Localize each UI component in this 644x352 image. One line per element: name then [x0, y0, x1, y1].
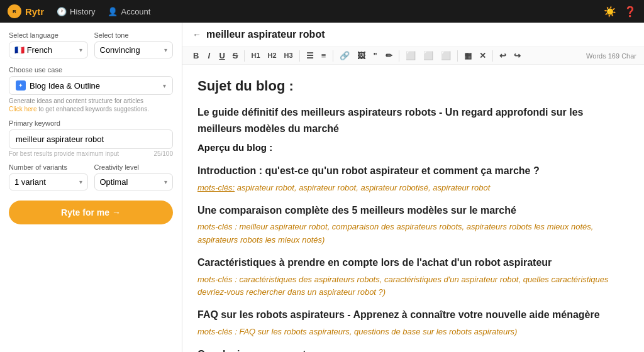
word-count: Words 169 Char — [586, 52, 636, 60]
h3-button[interactable]: H3 — [281, 50, 296, 61]
variants-dropdown[interactable]: 1 variant ▾ — [9, 173, 88, 190]
click-here-link[interactable]: Click here — [9, 106, 36, 113]
lang-tone-row: Select language 🇫🇷 French ▾ Select tone … — [9, 31, 173, 58]
nav-account-label: Account — [121, 7, 150, 16]
image-button[interactable]: 🖼 — [354, 50, 369, 62]
blog-main-heading: Le guide définitif des meilleurs aspirat… — [197, 104, 629, 136]
editor-toolbar: B I U S H1 H2 H3 ☰ ≡ 🔗 🖼 " ✏ ⬜ ⬜ ⬜ ▦ ✕ ↩… — [182, 47, 644, 65]
undo-button[interactable]: ↩ — [496, 50, 509, 62]
section3-keywords: mots-clés : FAQ sur les robots aspirateu… — [197, 326, 629, 339]
keyword-input[interactable] — [9, 129, 173, 149]
h1-button[interactable]: H1 — [248, 50, 263, 61]
tone-dropdown[interactable]: Convincing ▾ — [94, 41, 174, 58]
keyword-label: Primary keyword — [9, 119, 173, 127]
section3-heading: FAQ sur les robots aspirateurs - Apprene… — [197, 307, 629, 323]
top-nav: R Rytr 🕐 History 👤 Account ☀️ ❓ — [0, 0, 644, 23]
svg-text:R: R — [13, 9, 16, 14]
toolbar-sep-4 — [399, 50, 399, 62]
content-area: ← meilleur aspirateur robot B I U S H1 H… — [182, 23, 644, 352]
creativity-group: Creativity level Optimal ▾ — [94, 163, 174, 190]
intro-keywords: mots-clés: aspirateur robot, aspirateur … — [197, 182, 629, 195]
flag-icon: 🇫🇷 French — [14, 45, 52, 55]
variants-label: Number of variants — [9, 163, 88, 171]
variants-creativity-row: Number of variants 1 variant ▾ Creativit… — [9, 163, 173, 190]
variants-group: Number of variants 1 variant ▾ — [9, 163, 88, 190]
quote-button[interactable]: " — [370, 50, 381, 62]
logo-icon: R — [8, 4, 21, 18]
sun-icon[interactable]: ☀️ — [604, 6, 616, 18]
logo[interactable]: R Rytr — [8, 4, 44, 18]
language-label: Select language — [9, 31, 88, 39]
strikethrough-button[interactable]: S — [230, 50, 242, 62]
lang-chevron-icon: ▾ — [79, 47, 82, 53]
content-header: ← meilleur aspirateur robot — [182, 23, 644, 47]
main-layout: Select language 🇫🇷 French ▾ Select tone … — [0, 23, 644, 352]
tone-value: Convincing — [100, 45, 140, 55]
toolbar-sep-2 — [299, 50, 300, 62]
creativity-value: Optimal — [100, 177, 128, 187]
keywords-label-1: mots-clés: — [197, 183, 235, 192]
language-dropdown[interactable]: 🇫🇷 French ▾ — [9, 41, 88, 58]
nav-right: ☀️ ❓ — [604, 6, 636, 18]
nav-history[interactable]: 🕐 History — [57, 7, 95, 16]
keyword-group: Primary keyword For best results provide… — [9, 119, 173, 157]
tone-chevron-icon: ▾ — [164, 47, 167, 53]
section2-heading: Caractéristiques à prendre en compte lor… — [197, 255, 629, 271]
toolbar-sep-5 — [457, 50, 458, 62]
creativity-label: Creativity level — [94, 163, 174, 171]
link-button[interactable]: 🔗 — [336, 50, 353, 62]
use-case-dropdown[interactable]: ✦ Blog Idea & Outline ▾ — [9, 76, 173, 95]
use-case-chevron-icon: ▾ — [163, 82, 166, 89]
variants-chevron-icon: ▾ — [79, 179, 82, 185]
toolbar-sep-1 — [244, 50, 245, 62]
section1-heading: Une comparaison complète des 5 meilleurs… — [197, 202, 629, 219]
align-left-button[interactable]: ⬜ — [402, 50, 419, 62]
ryte-button[interactable]: Ryte for me → — [9, 201, 173, 224]
pen-button[interactable]: ✏ — [382, 50, 396, 62]
logo-text: Rytr — [25, 6, 44, 17]
back-arrow-icon[interactable]: ← — [192, 30, 201, 40]
align-center-button[interactable]: ⬜ — [420, 50, 436, 62]
redo-button[interactable]: ↪ — [511, 50, 524, 62]
keyword-hint: For best results provide maximum input 2… — [9, 150, 173, 157]
doc-title: meilleur aspirateur robot — [206, 29, 325, 40]
help-icon[interactable]: ❓ — [624, 6, 636, 18]
conclusion-heading: Conclusion : comment — [197, 346, 629, 352]
toolbar-sep-3 — [333, 50, 333, 62]
toolbar-sep-6 — [492, 50, 493, 62]
account-icon: 👤 — [108, 7, 118, 16]
intro-heading: Introduction : qu'est-ce qu'un robot asp… — [197, 163, 629, 179]
apercu-label: Aperçu du blog : — [197, 140, 629, 155]
history-icon: 🕐 — [57, 7, 67, 16]
intro-keywords-text: aspirateur robot, aspirateur robot, aspi… — [237, 183, 491, 192]
nav-account[interactable]: 👤 Account — [108, 7, 150, 16]
tone-group: Select tone Convincing ▾ — [94, 31, 174, 58]
blog-sujet-title: Sujet du blog : — [197, 75, 629, 97]
creativity-chevron-icon: ▾ — [164, 179, 167, 185]
use-case-label: Choose use case — [9, 66, 173, 74]
list-ordered-button[interactable]: ≡ — [318, 50, 330, 62]
h2-button[interactable]: H2 — [265, 50, 280, 61]
italic-button[interactable]: I — [203, 50, 214, 62]
use-case-group: Choose use case ✦ Blog Idea & Outline ▾ … — [9, 66, 173, 113]
list-unordered-button[interactable]: ☰ — [303, 50, 317, 62]
bold-button[interactable]: B — [190, 50, 202, 62]
section2-keywords: mots-clés : caractéristiques des aspirat… — [197, 273, 629, 300]
table-button[interactable]: ▦ — [461, 50, 475, 62]
use-case-value: Blog Idea & Outline — [30, 81, 100, 91]
use-case-icon: ✦ — [16, 80, 26, 91]
nav-history-label: History — [70, 7, 95, 16]
variants-value: 1 variant — [14, 177, 46, 187]
tone-label: Select tone — [94, 31, 174, 39]
use-case-desc: Generate ideas and content structure for… — [9, 97, 173, 113]
underline-button[interactable]: U — [216, 50, 228, 62]
sidebar: Select language 🇫🇷 French ▾ Select tone … — [0, 23, 182, 352]
editor-body[interactable]: Sujet du blog : Le guide définitif des m… — [182, 65, 644, 352]
align-right-button[interactable]: ⬜ — [438, 50, 454, 62]
creativity-dropdown[interactable]: Optimal ▾ — [94, 173, 174, 190]
language-group: Select language 🇫🇷 French ▾ — [9, 31, 88, 58]
clear-format-button[interactable]: ✕ — [476, 50, 489, 62]
section1-keywords: mots-clés : meilleur aspirateur robot, c… — [197, 221, 629, 247]
